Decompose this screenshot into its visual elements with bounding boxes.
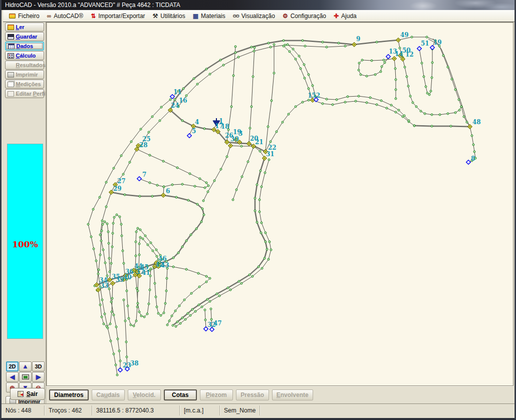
- toolbar-button-label: Piezom: [206, 391, 227, 398]
- svg-text:152: 152: [308, 92, 320, 99]
- sidebar-button-label: Resultados: [16, 62, 46, 68]
- sair-label: Sair: [27, 390, 38, 397]
- sidebar-button-ler[interactable]: Ler: [5, 23, 44, 32]
- menu-item-configuracao[interactable]: ⚙Configuração: [280, 12, 331, 21]
- toolbar-button-diametros[interactable]: Diametros: [49, 389, 89, 400]
- menu-bar: Ficheiro∞AutoCAD®⇅Importar/Exportar⚒Util…: [3, 10, 516, 22]
- menu-item-ficheiro[interactable]: Ficheiro: [6, 12, 44, 21]
- configuracao-icon: ⚙: [283, 13, 288, 19]
- svg-text:16: 16: [179, 97, 187, 104]
- toolbar-button-caudais: Caudais: [92, 389, 125, 400]
- progress-meter: 100%: [7, 144, 43, 339]
- sidebar-button-calculo[interactable]: Cálculo: [5, 51, 44, 60]
- svg-text:6: 6: [166, 188, 170, 195]
- menu-item-ajuda[interactable]: ✚Ajuda: [331, 12, 361, 21]
- svg-text:29: 29: [113, 185, 122, 192]
- svg-text:5: 5: [192, 128, 196, 135]
- sidebar-button-label: Imprimir: [16, 72, 38, 78]
- arrow-up-icon: ▲: [23, 363, 29, 369]
- resultados-icon: [8, 63, 14, 68]
- svg-text:47: 47: [213, 320, 222, 327]
- menu-item-importar-exportar[interactable]: ⇅Importar/Exportar: [88, 12, 149, 21]
- svg-text:8: 8: [471, 155, 475, 162]
- sidebar-button-dados[interactable]: Dados: [5, 42, 44, 51]
- guardar-icon: [8, 34, 14, 40]
- toolbar-button-envolvente: Envolvente: [272, 389, 313, 400]
- calculo-icon: [8, 53, 14, 59]
- exit-door-icon: [18, 391, 24, 397]
- sidebar-button-label: Medições: [16, 81, 41, 87]
- sidebar-button-editar-perfil: Editar Perfil: [5, 89, 44, 98]
- sidebar-button-resultados: Resultados: [5, 61, 44, 70]
- svg-text:48: 48: [472, 119, 481, 126]
- arrow-left-button[interactable]: ◀: [6, 372, 19, 382]
- utilitarios-icon: ⚒: [153, 13, 158, 19]
- sair-button[interactable]: Sair: [10, 388, 45, 400]
- sidebar-button-medicoes: Medições: [5, 80, 44, 89]
- toolbar-button-label: Diametros: [54, 391, 84, 398]
- menu-item-label: Utilitários: [160, 13, 185, 20]
- svg-text:30: 30: [230, 136, 239, 143]
- toolbar-button-pressao: Pressão: [236, 389, 269, 400]
- pipe-network-drawing: 9495119131450121524881116244511718263019…: [47, 23, 514, 386]
- menu-item-label: Materiais: [201, 13, 225, 20]
- toolbar-button-label: Caudais: [96, 391, 120, 398]
- btn-3d-label: 3D: [35, 363, 42, 369]
- menu-item-label: Configuração: [291, 13, 326, 20]
- monitor-icon: [22, 374, 29, 379]
- btn-2d-label: 2D: [9, 363, 16, 369]
- bottom-toolbar: DiametrosCaudaisVelocid.CotasPiezomPress…: [46, 386, 513, 403]
- toolbar-button-label: Velocid.: [133, 391, 155, 398]
- svg-text:41: 41: [142, 269, 150, 276]
- sidebar-button-guardar[interactable]: Guardar: [5, 32, 44, 41]
- progress-value: 100%: [8, 239, 43, 249]
- btn-2d-button[interactable]: 2D: [6, 361, 19, 371]
- menu-item-label: Visualização: [241, 13, 275, 20]
- autocad-icon: ∞: [47, 13, 52, 19]
- dados-icon: [8, 44, 15, 49]
- svg-text:18: 18: [221, 123, 229, 130]
- svg-text:19: 19: [433, 39, 442, 46]
- menu-item-label: AutoCAD®: [54, 13, 83, 20]
- menu-item-materiais[interactable]: ▦Materiais: [190, 12, 230, 21]
- menu-item-utilitarios[interactable]: ⚒Utilitários: [150, 12, 190, 21]
- menu-item-label: Importar/Exportar: [98, 13, 145, 20]
- svg-text:43: 43: [161, 262, 169, 269]
- arrow-right-button[interactable]: ▶: [32, 372, 45, 382]
- ler-icon: [8, 25, 14, 30]
- arrow-left-icon: ◀: [10, 374, 15, 380]
- svg-text:27: 27: [117, 178, 126, 185]
- monitor-view-button[interactable]: [19, 372, 32, 382]
- arrow-up-button[interactable]: ▲: [19, 361, 32, 371]
- editar-perfil-icon: [8, 91, 14, 97]
- status-field-2: 381116.5 : 8772040.3: [92, 405, 180, 415]
- network-canvas[interactable]: 9495119131450121524881116244511718263019…: [46, 22, 513, 386]
- status-field-3: [m.c.a.]: [180, 405, 220, 415]
- sidebar-button-label: Ler: [16, 24, 25, 30]
- btn-3d-button[interactable]: 3D: [32, 361, 45, 371]
- svg-text:24: 24: [171, 102, 179, 109]
- menu-item-visualizacao[interactable]: ʘʘVisualização: [230, 12, 280, 21]
- svg-text:3: 3: [238, 130, 242, 137]
- status-field-1: Troços : 462: [45, 405, 92, 415]
- sidebar-button-label: Editar Perfil: [16, 91, 47, 97]
- menu-item-autocad[interactable]: ∞AutoCAD®: [44, 12, 88, 21]
- medicoes-icon: [8, 82, 14, 87]
- toolbar-button-cotas[interactable]: Cotas: [164, 389, 197, 400]
- menu-item-label: Ficheiro: [18, 13, 40, 20]
- status-field-0: Nós : 448: [2, 405, 45, 415]
- toolbar-button-piezom: Piezom: [200, 389, 233, 400]
- svg-text:51: 51: [421, 40, 429, 47]
- svg-text:9: 9: [356, 36, 360, 43]
- svg-text:31: 31: [266, 151, 275, 158]
- visualizacao-icon: ʘʘ: [233, 13, 239, 19]
- title-bar: HidroCAD - Versão 2010.a "ADVANCED" # Pe…: [2, 0, 514, 10]
- sidebar-button-imprimir: Imprimir: [5, 70, 44, 79]
- svg-text:12: 12: [405, 51, 414, 58]
- sidebar: LerGuardarDadosCálculoResultadosImprimir…: [3, 22, 46, 403]
- svg-text:7: 7: [142, 171, 146, 178]
- svg-text:33: 33: [100, 282, 109, 289]
- toolbar-button-velocid: Velocid.: [128, 389, 161, 400]
- svg-text:11: 11: [173, 89, 182, 96]
- titlebar-glass-texture: [384, 0, 514, 10]
